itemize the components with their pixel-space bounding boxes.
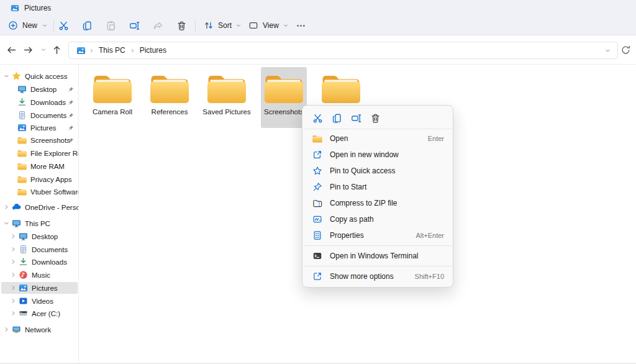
folder-icon (93, 73, 132, 105)
sidebar-item-music[interactable]: Music (0, 269, 79, 281)
rename-button[interactable] (347, 111, 366, 125)
sidebar-item-this-pc-downloads[interactable]: Downloads (0, 256, 79, 268)
sidebar-item-label: Downloads (32, 258, 67, 266)
folder-tile-screenshots[interactable]: Screenshots (261, 67, 307, 128)
document-icon (17, 111, 27, 120)
sidebar-item-vtuber-software[interactable]: Vtuber Software (0, 186, 79, 198)
chevron-right-icon[interactable] (10, 298, 17, 304)
sidebar-item-downloads[interactable]: Downloads (0, 96, 79, 108)
sidebar-item-onedrive[interactable]: OneDrive - Personal (0, 201, 79, 213)
see-more-button[interactable] (293, 18, 308, 33)
menu-item-open-in-windows-terminal[interactable]: Open in Windows Terminal (302, 248, 453, 264)
menu-item-open-in-new-window[interactable]: Open in new window (302, 147, 453, 163)
chevron-right-icon[interactable] (3, 326, 10, 333)
folder-tile-references[interactable]: References (147, 67, 193, 128)
menu-item-properties[interactable]: Properties Alt+Enter (302, 227, 453, 243)
view-button[interactable]: View (248, 18, 289, 33)
sidebar-item-label: Documents (30, 112, 66, 119)
new-button[interactable]: New (8, 18, 48, 33)
sort-arrows-icon (204, 20, 214, 30)
chevron-down-icon (235, 22, 242, 29)
sidebar-item-pictures[interactable]: Pictures (0, 122, 79, 134)
sort-button[interactable]: Sort (204, 18, 242, 33)
drive-icon (19, 309, 28, 318)
up-button[interactable] (51, 44, 62, 55)
folder-icon (17, 188, 27, 196)
breadcrumb-pictures[interactable]: Pictures (140, 46, 166, 55)
sidebar-item-label: Videos (32, 298, 53, 305)
pin-icon (68, 112, 74, 119)
menu-item-copy-as-path[interactable]: Copy as path (302, 211, 453, 227)
menu-item-pin-to-start[interactable]: Pin to Start (302, 179, 453, 195)
sidebar-item-label: Documents (32, 246, 68, 253)
chevron-down-icon[interactable] (3, 73, 10, 80)
sidebar-item-documents[interactable]: Documents (0, 109, 79, 121)
sidebar-item-videos[interactable]: Videos (0, 295, 79, 307)
ellipsis-icon (296, 20, 306, 31)
refresh-button[interactable] (620, 45, 631, 55)
address-dropdown-icon[interactable] (604, 47, 611, 54)
sidebar-item-screenshots[interactable]: Screenshots (0, 134, 79, 146)
sidebar-item-privacy-apps[interactable]: Privacy Apps (0, 173, 79, 185)
network-icon (12, 325, 21, 334)
trash-icon (176, 20, 187, 31)
cut-button[interactable] (308, 111, 327, 125)
copy-button[interactable] (327, 111, 347, 125)
menu-divider (303, 245, 452, 246)
breadcrumb-this-pc[interactable]: This PC (99, 46, 125, 55)
delete-button[interactable] (174, 18, 189, 33)
menu-item-pin-to-quick-access[interactable]: Pin to Quick access (302, 163, 453, 179)
rename-button[interactable] (127, 18, 142, 33)
cut-button[interactable] (56, 18, 71, 33)
recent-locations-button[interactable] (38, 44, 49, 55)
folder-name: References (152, 108, 188, 116)
menu-item-label: Open (330, 134, 428, 143)
delete-button[interactable] (366, 111, 385, 125)
copy-path-icon (312, 214, 322, 224)
pin-icon (68, 86, 74, 93)
sidebar-item-more-ram[interactable]: More RAM (0, 160, 79, 172)
share-button[interactable] (150, 18, 165, 33)
this-pc-icon (12, 219, 21, 228)
sidebar-item-label: File Explorer Review (30, 150, 79, 157)
chevron-right-icon[interactable] (10, 258, 17, 265)
scissors-icon (312, 113, 323, 124)
folder-tile-saved-pictures[interactable]: Saved Pictures (204, 67, 250, 128)
chevron-right-icon[interactable] (10, 271, 17, 278)
sidebar-item-acer-c-drive[interactable]: Acer (C:) (0, 307, 79, 319)
menu-item-show-more-options[interactable]: Show more options Shift+F10 (302, 268, 453, 284)
chevron-right-icon[interactable] (10, 246, 17, 253)
open-new-window-icon (312, 150, 322, 160)
context-menu-quick-actions (302, 108, 453, 129)
folder-icon (17, 163, 27, 170)
sidebar-item-this-pc-documents[interactable]: Documents (0, 243, 79, 255)
chevron-right-icon[interactable] (10, 233, 17, 240)
sidebar-item-this-pc-pictures[interactable]: Pictures (1, 282, 78, 294)
plus-circle-icon (8, 20, 18, 30)
window-title: Pictures (24, 4, 51, 12)
sidebar-item-this-pc-desktop[interactable]: Desktop (0, 230, 79, 242)
copy-button[interactable] (80, 18, 94, 33)
paste-icon (106, 20, 116, 31)
menu-item-label: Copy as path (330, 215, 444, 224)
folder-tile-camera-roll[interactable]: Camera Roll (89, 67, 135, 128)
menu-item-compress-to-zip[interactable]: Compress to ZIP file (302, 195, 453, 211)
sidebar-item-desktop[interactable]: Desktop (0, 83, 79, 95)
chevron-down-icon[interactable] (3, 220, 10, 227)
sidebar-item-label: This PC (25, 220, 50, 227)
sidebar-item-network[interactable]: Network (0, 324, 79, 335)
chevron-right-icon[interactable] (3, 204, 10, 211)
sidebar-item-file-explorer-review[interactable]: File Explorer Review (0, 147, 79, 159)
paste-button[interactable] (103, 18, 118, 33)
breadcrumb[interactable]: This PC Pictures (68, 42, 618, 59)
chevron-right-icon[interactable] (10, 284, 17, 291)
menu-item-open[interactable]: Open Enter (302, 130, 453, 147)
forward-button[interactable] (22, 44, 34, 55)
sidebar-item-quick-access[interactable]: Quick access (0, 70, 79, 82)
sidebar-item-this-pc[interactable]: This PC (0, 217, 79, 229)
star-icon (12, 71, 21, 81)
sidebar-item-label: Acer (C:) (32, 310, 60, 317)
pin-icon (68, 137, 74, 143)
chevron-right-icon[interactable] (10, 310, 17, 317)
back-button[interactable] (6, 44, 17, 55)
